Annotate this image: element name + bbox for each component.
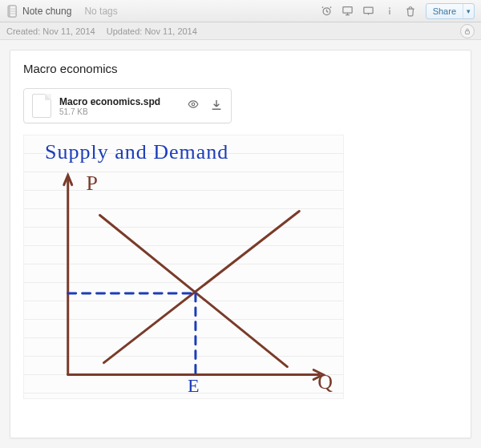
- attachment-card[interactable]: Macro economics.spd 51.7 KB: [23, 88, 232, 123]
- download-icon[interactable]: [210, 99, 223, 114]
- note-page: Macro economics Macro economics.spd 51.7…: [10, 50, 471, 438]
- tags-field[interactable]: No tags: [84, 6, 117, 17]
- notebook-icon: [6, 5, 18, 18]
- window-toolbar: Note chung No tags Share ▾: [0, 0, 481, 22]
- created-date: Created: Nov 11, 2014: [6, 26, 95, 36]
- file-icon: [32, 94, 51, 118]
- info-icon[interactable]: [381, 3, 398, 19]
- equilibrium-label: E: [188, 375, 200, 396]
- svg-rect-7: [364, 7, 373, 14]
- x-axis-label: Q: [317, 370, 333, 394]
- supply-demand-graph: P Q E: [24, 135, 343, 398]
- trash-icon[interactable]: [402, 3, 419, 19]
- handwritten-diagram: Supply and Demand P Q: [23, 135, 344, 399]
- attachment-filename: Macro economics.spd: [59, 96, 178, 107]
- notebook-selector[interactable]: Note chung: [6, 5, 71, 18]
- svg-rect-8: [466, 30, 470, 34]
- attachment-filesize: 51.7 KB: [59, 107, 178, 116]
- lock-icon[interactable]: [460, 24, 475, 38]
- note-meta-bar: Created: Nov 11, 2014 Updated: Nov 11, 2…: [0, 22, 481, 40]
- annotate-icon[interactable]: [360, 3, 378, 19]
- svg-rect-6: [343, 7, 352, 14]
- y-axis-label: P: [87, 172, 98, 195]
- share-button[interactable]: Share ▾: [426, 3, 475, 19]
- share-label: Share: [426, 4, 463, 18]
- updated-date: Updated: Nov 11, 2014: [107, 26, 197, 36]
- note-viewport: Macro economics Macro economics.spd 51.7…: [0, 40, 481, 448]
- attachment-meta: Macro economics.spd 51.7 KB: [59, 96, 178, 116]
- notebook-name: Note chung: [22, 6, 71, 17]
- chevron-down-icon[interactable]: ▾: [463, 4, 474, 18]
- preview-icon[interactable]: [186, 99, 200, 114]
- presentation-icon[interactable]: [339, 3, 357, 19]
- reminder-icon[interactable]: [318, 3, 336, 19]
- svg-point-9: [192, 103, 195, 106]
- note-title[interactable]: Macro economics: [23, 62, 458, 75]
